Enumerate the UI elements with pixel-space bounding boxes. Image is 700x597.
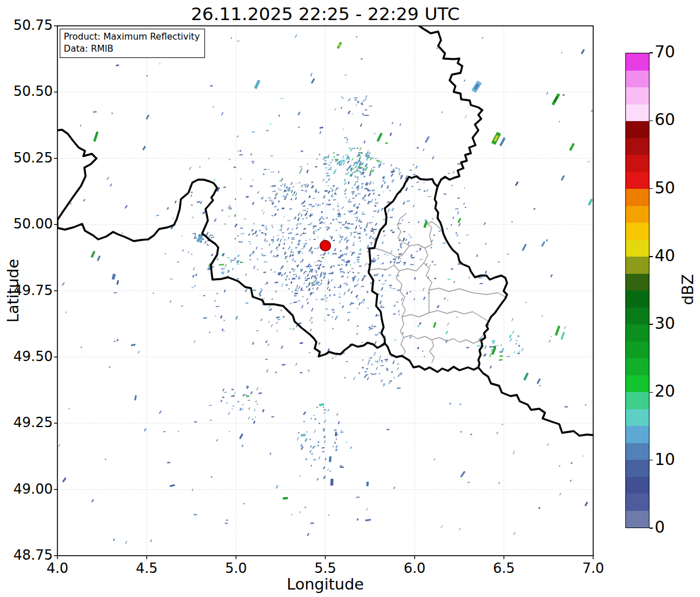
x-tick-label: 6.5 xyxy=(484,560,524,576)
annotation-product-line: Product: Maximum Reflectivity xyxy=(64,31,200,43)
echo-streak xyxy=(458,218,461,223)
chart-title: 26.11.2025 22:25 - 22:29 UTC xyxy=(57,3,593,24)
echo-streak xyxy=(499,137,505,146)
echo-streak xyxy=(319,403,324,406)
y-tick-label: 50.00 xyxy=(0,216,53,232)
colorbar-segment xyxy=(626,426,649,443)
echo-streak xyxy=(254,80,260,90)
regional-border xyxy=(402,290,429,317)
colorbar-segment xyxy=(626,511,649,528)
echo-streak xyxy=(522,244,527,251)
colorbar-segment xyxy=(626,53,649,71)
x-tick-label: 4.5 xyxy=(127,560,167,576)
product-annotation-box: Product: Maximum Reflectivity Data: RMIB xyxy=(60,29,205,58)
x-tick-label: 7.0 xyxy=(573,560,613,576)
echo-streak xyxy=(97,255,101,261)
colorbar-tick-mark xyxy=(649,460,653,461)
echo-streak xyxy=(492,347,497,355)
country-border xyxy=(57,130,385,356)
echo-streak xyxy=(523,373,529,381)
colorbar-tick-label: 70 xyxy=(655,42,689,61)
regional-border xyxy=(399,263,424,271)
echo-streak xyxy=(300,433,305,436)
colorbar-tick-label: 10 xyxy=(655,450,689,469)
regional-border xyxy=(424,248,432,290)
echo-streak xyxy=(171,224,175,229)
y-axis-label: Latitude xyxy=(4,245,22,337)
y-tick-label: 49.50 xyxy=(0,348,53,365)
y-tick-label: 49.25 xyxy=(0,414,53,431)
grid-layer xyxy=(57,26,593,556)
echo-streak xyxy=(581,49,585,54)
colorbar-segment xyxy=(626,71,649,88)
echo-streak xyxy=(329,456,332,462)
echo-streak xyxy=(142,146,146,150)
axis-tick-layer xyxy=(54,26,593,559)
colorbar-segment xyxy=(626,189,649,206)
colorbar xyxy=(625,53,649,528)
map-plot-canvas xyxy=(0,0,700,597)
colorbar-tick-label: 50 xyxy=(655,179,689,197)
echo-streak xyxy=(460,471,465,478)
echo-streak xyxy=(335,432,337,436)
echo-streak xyxy=(196,235,202,243)
echo-streak xyxy=(146,114,150,119)
x-tick-label: 6.0 xyxy=(395,560,435,576)
echo-streak xyxy=(377,133,383,142)
colorbar-segment xyxy=(626,308,649,325)
colorbar-segment xyxy=(626,121,649,138)
regional-border xyxy=(404,333,484,343)
colorbar-segment xyxy=(626,240,649,257)
colorbar-segment xyxy=(626,324,649,342)
echo-streak xyxy=(560,175,565,181)
regional-border xyxy=(370,265,394,270)
echo-streak xyxy=(471,80,482,93)
colorbar-tick-label: 20 xyxy=(655,382,689,401)
colorbar-segment xyxy=(626,274,649,291)
echo-streak xyxy=(560,332,565,340)
echo-streak xyxy=(491,131,501,145)
x-axis-label: Longitude xyxy=(57,575,593,593)
colorbar-segment xyxy=(626,375,649,393)
colorbar-segment xyxy=(626,257,649,274)
colorbar-segment xyxy=(626,138,649,156)
colorbar-segment xyxy=(626,104,649,122)
echo-streak xyxy=(111,274,115,280)
colorbar-segment xyxy=(626,172,649,189)
regional-border xyxy=(429,311,489,321)
colorbar-tick-label: 0 xyxy=(655,518,689,537)
y-tick-label: 48.75 xyxy=(0,547,53,563)
echo-streak xyxy=(585,502,589,506)
colorbar-tick-mark xyxy=(649,121,653,122)
echo-streak xyxy=(134,395,137,400)
echo-streak xyxy=(536,378,540,384)
colorbar-segment xyxy=(626,443,649,460)
colorbar-segment xyxy=(626,358,649,375)
country-border-layer xyxy=(57,26,593,436)
echo-streak xyxy=(93,131,98,142)
colorbar-tick-mark xyxy=(649,52,653,53)
echo-streak xyxy=(131,344,136,346)
colorbar-segment xyxy=(626,223,649,240)
echo-streak xyxy=(541,241,546,247)
radar-echo-layer xyxy=(59,34,593,544)
country-border xyxy=(478,367,593,436)
echo-streak xyxy=(216,187,221,192)
regional-border xyxy=(430,340,434,363)
colorbar-segment xyxy=(626,342,649,359)
echo-streak xyxy=(515,181,519,186)
echo-streak xyxy=(311,78,315,84)
colorbar-segment xyxy=(626,155,649,172)
y-tick-label: 50.25 xyxy=(0,150,53,166)
colorbar-tick-mark xyxy=(649,528,653,529)
echo-streak xyxy=(91,251,96,258)
echo-streak xyxy=(117,280,119,285)
country-border xyxy=(369,176,438,343)
y-tick-label: 50.75 xyxy=(0,17,53,33)
colorbar-segment xyxy=(626,87,649,104)
colorbar-tick-label: 60 xyxy=(655,110,689,129)
colorbar-segment xyxy=(626,290,649,308)
radar-chart-page: 26.11.2025 22:25 - 22:29 UTC Product: Ma… xyxy=(0,0,700,597)
x-tick-label: 5.0 xyxy=(216,560,256,576)
echo-streak xyxy=(555,325,560,336)
